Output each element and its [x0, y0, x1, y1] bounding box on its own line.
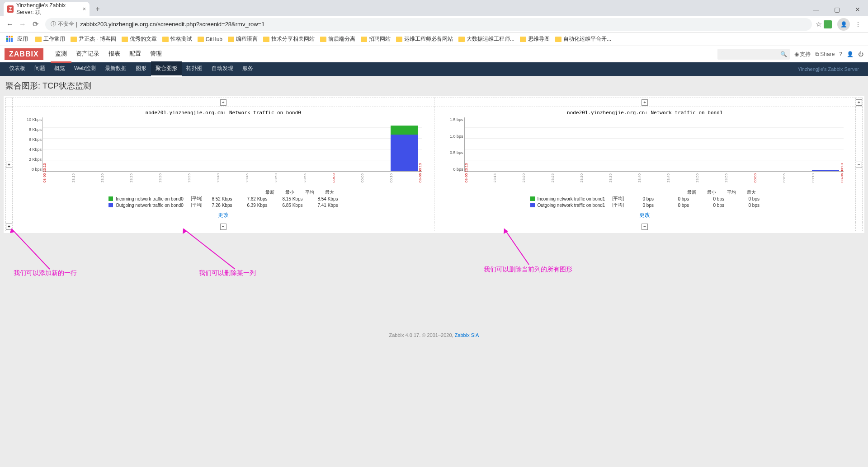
add-column-button[interactable]: +: [856, 99, 862, 106]
new-tab-button[interactable]: +: [91, 3, 104, 15]
graph-title: node201.yinzhengjie.org.cn: Network traf…: [437, 110, 853, 116]
chart-plot[interactable]: [42, 117, 422, 172]
zabbix-header: ZABBIX 监测资产记录报表配置管理 🔍 ◉ 支持 ⧉ Share ? 👤 ⏻: [0, 46, 868, 62]
folder-icon: [320, 37, 326, 42]
support-link[interactable]: ◉ 支持: [794, 51, 811, 58]
folder-icon: [162, 37, 169, 42]
search-icon: 🔍: [780, 51, 787, 57]
add-row-button[interactable]: +: [6, 162, 12, 168]
svg-line-2: [183, 229, 235, 269]
apps-grid-icon: [6, 36, 14, 43]
nav2-item[interactable]: 拓扑图: [182, 61, 207, 77]
nav2-item[interactable]: 聚合图形: [151, 61, 182, 77]
server-name: Yinzhengjie's Zabbix Server: [797, 66, 863, 72]
folder-icon: [396, 37, 402, 42]
y-axis: 1.5 bps1.0 bps0.5 bps0 bps: [442, 117, 463, 172]
zabbix-logo[interactable]: ZABBIX: [5, 48, 43, 60]
add-column-button[interactable]: +: [642, 99, 648, 106]
folder-icon: [555, 37, 561, 42]
chart-legend: 最新最小平均最大Incoming network traffic on bond…: [530, 189, 760, 208]
tab-favicon-icon: Z: [7, 5, 14, 13]
annotations: 我们可以添加新的一行 我们可以删除某一列 我们可以删除当前列的所有图形: [0, 233, 868, 323]
extension-icon[interactable]: [824, 20, 832, 28]
folder-icon: [228, 37, 234, 42]
folder-icon: [71, 37, 77, 42]
folder-icon: [35, 37, 42, 42]
browser-tab[interactable]: Z Yinzhengjie's Zabbix Server: 职 ×: [4, 2, 90, 16]
nav1-item[interactable]: 报表: [104, 46, 125, 63]
annotation-remove-all: 我们可以删除当前列的所有图形: [484, 266, 572, 274]
logout-icon[interactable]: ⏻: [858, 51, 863, 57]
nav1-item[interactable]: 监测: [51, 46, 71, 63]
help-icon[interactable]: ?: [839, 51, 842, 57]
browser-tabstrip: Z Yinzhengjie's Zabbix Server: 职 × + — ▢…: [0, 0, 868, 16]
url-text: zabbix203.yinzhengjie.org.cn/screenedit.…: [80, 21, 264, 28]
nav1-item[interactable]: 管理: [146, 46, 166, 63]
address-bar: ← → ⟳ ⓘ 不安全 | zabbix203.yinzhengjie.org.…: [0, 16, 868, 33]
nav2-item[interactable]: 仪表板: [5, 61, 30, 77]
zabbix-subnav: 仪表板问题概览Web监测最新数据图形聚合图形拓扑图自动发现服务 Yinzheng…: [0, 62, 868, 76]
nav2-item[interactable]: 自动发现: [207, 61, 238, 77]
close-window-icon[interactable]: ✕: [847, 3, 868, 16]
y-axis: 10 Kbps8 Kbps6 Kbps4 Kbps2 Kbps0 bps: [20, 117, 42, 172]
url-input[interactable]: ⓘ 不安全 | zabbix203.yinzhengjie.org.cn/scr…: [45, 18, 812, 31]
forward-button: →: [16, 18, 29, 31]
footer: Zabbix 4.0.17. © 2001–2020, Zabbix SIA: [0, 323, 868, 342]
remove-column-button[interactable]: −: [642, 224, 648, 230]
bookmark-item[interactable]: 技术分享相关网站: [260, 34, 317, 44]
nav2-item[interactable]: 图形: [131, 61, 151, 77]
nav2-item[interactable]: 服务: [238, 61, 258, 77]
svg-line-4: [504, 229, 529, 265]
bookmark-item[interactable]: 运维工程师必备网站: [393, 34, 456, 44]
bookmark-item[interactable]: 前后端分离: [317, 34, 358, 44]
bookmark-item[interactable]: 尹正杰 - 博客园: [68, 34, 119, 44]
close-icon[interactable]: ×: [83, 6, 86, 12]
security-indicator[interactable]: ⓘ 不安全 |: [51, 20, 77, 28]
bookmark-item[interactable]: 招聘网站: [358, 34, 393, 44]
bookmark-item[interactable]: 思维导图: [517, 34, 552, 44]
bookmarks-bar: 应用 工作常用尹正杰 - 博客园优秀的文章性格测试GitHub编程语言技术分享相…: [0, 33, 868, 46]
bookmark-item[interactable]: 工作常用: [33, 34, 68, 44]
bookmark-item[interactable]: GitHub: [195, 34, 225, 44]
nav1-item[interactable]: 配置: [125, 46, 146, 63]
bookmark-item[interactable]: 性格测试: [160, 34, 195, 44]
nav2-item[interactable]: 最新数据: [100, 61, 131, 77]
bookmark-item[interactable]: 编程语言: [225, 34, 260, 44]
nav2-item[interactable]: 问题: [30, 61, 50, 77]
nav2-item[interactable]: 概览: [50, 61, 70, 77]
bookmark-item[interactable]: 自动化运维平台开...: [552, 34, 614, 44]
chart-legend: 最新最小平均最大Incoming network traffic on bond…: [108, 189, 338, 208]
change-link[interactable]: 更改: [639, 211, 650, 219]
annotation-add-row: 我们可以添加新的一行: [14, 269, 77, 277]
svg-line-0: [11, 229, 50, 269]
profile-icon[interactable]: 👤: [837, 18, 850, 31]
folder-icon: [198, 37, 204, 42]
annotation-remove-col: 我们可以删除某一列: [199, 269, 256, 277]
folder-icon: [263, 37, 269, 42]
graph-title: node201.yinzhengjie.org.cn: Network traf…: [15, 110, 431, 116]
folder-icon: [122, 37, 128, 42]
bookmark-item[interactable]: 大数据运维工程师...: [456, 34, 517, 44]
footer-link[interactable]: Zabbix SIA: [455, 332, 479, 338]
minimize-icon[interactable]: —: [806, 3, 826, 16]
change-link[interactable]: 更改: [218, 211, 229, 219]
bookmark-item[interactable]: 优秀的文章: [119, 34, 160, 44]
search-input[interactable]: 🔍: [717, 49, 790, 60]
remove-row-button[interactable]: −: [856, 162, 862, 168]
back-button[interactable]: ←: [4, 18, 16, 31]
browser-menu-icon[interactable]: ⋮: [852, 18, 864, 31]
chart-plot[interactable]: [464, 117, 844, 172]
reload-button[interactable]: ⟳: [29, 18, 42, 31]
x-axis: 03-05 23:1323:1523:2023:2523:3023:3523:4…: [42, 172, 422, 176]
svg-marker-3: [183, 229, 187, 234]
apps-button[interactable]: 应用: [4, 34, 31, 44]
folder-icon: [458, 37, 465, 42]
bookmark-star-icon[interactable]: ☆: [816, 20, 822, 28]
maximize-icon[interactable]: ▢: [826, 3, 847, 16]
user-icon[interactable]: 👤: [847, 51, 854, 57]
folder-icon: [520, 37, 526, 42]
nav2-item[interactable]: Web监测: [70, 61, 100, 77]
share-link[interactable]: ⧉ Share: [815, 51, 835, 57]
add-column-button[interactable]: +: [220, 99, 226, 106]
nav1-item[interactable]: 资产记录: [71, 46, 104, 63]
